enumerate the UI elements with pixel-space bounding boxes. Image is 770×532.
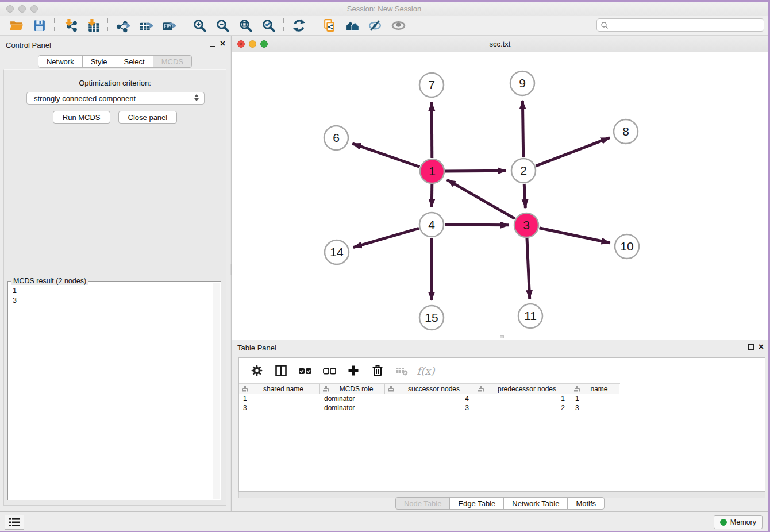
right-area: × − + scc.txt 7968124314101511 Table Pan… <box>232 36 768 511</box>
node-11[interactable]: 11 <box>518 304 542 328</box>
export-image-button[interactable] <box>157 17 180 34</box>
edge-3-1[interactable] <box>447 180 515 219</box>
search-input[interactable] <box>609 21 764 29</box>
tab-select[interactable]: Select <box>116 55 153 68</box>
node-label: 14 <box>330 245 344 259</box>
save-session-button[interactable] <box>28 17 51 34</box>
network-canvas[interactable]: 7968124314101511 <box>232 52 768 340</box>
node-15[interactable]: 15 <box>419 306 444 330</box>
open-file-button[interactable] <box>5 17 28 34</box>
tab-mcds[interactable]: MCDS <box>153 55 192 68</box>
edge-3-11[interactable] <box>527 238 530 299</box>
edge-3-10[interactable] <box>540 228 610 243</box>
table-tab-network-table[interactable]: Network Table <box>503 497 568 510</box>
column-header-successor-nodes[interactable]: successor nodes <box>385 384 475 394</box>
node-10[interactable]: 10 <box>615 234 639 259</box>
zoom-in-button[interactable] <box>188 17 211 34</box>
edge-1-2[interactable] <box>445 171 506 171</box>
table-toolbar: f(x) <box>239 358 765 383</box>
edge-2-9[interactable] <box>522 101 523 157</box>
hide-columns-button[interactable] <box>322 363 337 378</box>
table-cell: 3 <box>385 403 475 413</box>
table-tab-edge-table[interactable]: Edge Table <box>449 497 504 510</box>
node-7[interactable]: 7 <box>419 73 444 97</box>
mcds-result-text[interactable]: 13 <box>9 283 213 499</box>
network-titlebar: × − + scc.txt <box>232 36 768 52</box>
table-tabs: Node TableEdge TableNetwork TableMotifs <box>232 497 768 510</box>
close-panel-icon[interactable]: × <box>220 41 225 47</box>
table-cell: 1 <box>475 394 571 403</box>
zoom-selected-button[interactable] <box>257 17 280 34</box>
app-title: Session: New Session <box>0 5 768 13</box>
node-8[interactable]: 8 <box>614 119 638 144</box>
table-tab-motifs[interactable]: Motifs <box>567 497 605 510</box>
canvas-resize-grip[interactable] <box>500 335 504 338</box>
float-table-panel-icon[interactable] <box>748 344 754 350</box>
table-tab-node-table[interactable]: Node Table <box>395 497 451 510</box>
show-all-button[interactable] <box>387 17 410 34</box>
edge-1-6[interactable] <box>352 144 419 167</box>
node-label: 1 <box>429 164 436 178</box>
table-cell: 4 <box>385 394 475 403</box>
result-scrollbar[interactable] <box>213 283 220 499</box>
column-header-predecessor-nodes[interactable]: predecessor nodes <box>475 384 571 394</box>
edge-1-4[interactable] <box>432 184 432 207</box>
memory-button[interactable]: Memory <box>714 515 763 529</box>
edge-4-14[interactable] <box>353 228 419 247</box>
edge-4-3[interactable] <box>445 225 509 225</box>
hide-selected-button[interactable] <box>364 17 387 34</box>
zoom-out-icon <box>215 18 230 33</box>
run-mcds-button[interactable]: Run MCDS <box>53 111 110 124</box>
copy-network-button[interactable] <box>318 17 341 34</box>
node-label: 9 <box>519 76 526 90</box>
export-network-button[interactable] <box>111 17 134 34</box>
task-history-button[interactable] <box>5 515 24 530</box>
close-panel-button[interactable]: Close panel <box>118 111 178 124</box>
node-9[interactable]: 9 <box>510 71 534 95</box>
node-3[interactable]: 3 <box>514 213 538 237</box>
node-14[interactable]: 14 <box>325 240 349 264</box>
node-1[interactable]: 1 <box>420 159 444 183</box>
node-4[interactable]: 4 <box>419 213 444 237</box>
zoom-selected-icon <box>261 18 276 33</box>
edge-1-7[interactable] <box>432 102 432 158</box>
zoom-fit-button[interactable] <box>234 17 257 34</box>
table-cell: 1 <box>571 394 619 403</box>
import-network-button[interactable] <box>58 17 81 34</box>
table-settings-button[interactable] <box>249 363 264 378</box>
node-label: 6 <box>333 131 340 144</box>
delete-column-button[interactable] <box>370 363 385 378</box>
table-row[interactable]: 1dominator411 <box>239 394 765 403</box>
search-box <box>596 18 764 32</box>
tab-network[interactable]: Network <box>38 55 83 68</box>
edge-2-3[interactable] <box>524 184 525 208</box>
node-2[interactable]: 2 <box>511 159 536 183</box>
tab-style[interactable]: Style <box>82 55 116 68</box>
import-table-button[interactable] <box>81 17 104 34</box>
float-panel-icon[interactable] <box>210 41 215 47</box>
node-label: 2 <box>520 164 527 177</box>
table-row[interactable]: 3dominator323 <box>239 403 765 413</box>
criterion-select[interactable]: strongly connected component <box>26 92 205 105</box>
zoom-out-button[interactable] <box>211 17 234 34</box>
memory-label: Memory <box>730 518 756 526</box>
home-view-button[interactable] <box>341 17 364 34</box>
toolbar-separator <box>107 18 108 33</box>
column-header-label: shared name <box>247 385 319 393</box>
main-area: Control Panel × NetworkStyleSelectMCDS O… <box>0 36 768 511</box>
refresh-view-button[interactable] <box>287 17 310 34</box>
node-6[interactable]: 6 <box>324 126 348 150</box>
close-table-panel-icon[interactable]: × <box>759 344 764 350</box>
column-header-name[interactable]: name <box>571 384 619 394</box>
show-columns-button[interactable] <box>298 363 313 378</box>
control-panel: Control Panel × NetworkStyleSelectMCDS O… <box>0 36 230 511</box>
column-header-shared-name[interactable]: shared name <box>239 384 320 394</box>
split-columns-button[interactable] <box>274 363 288 378</box>
toolbar-separator <box>283 18 284 33</box>
export-table-button[interactable] <box>134 17 157 34</box>
show-columns-icon <box>298 364 312 377</box>
column-header-MCDS-role[interactable]: MCDS role <box>320 384 385 394</box>
edge-2-8[interactable] <box>536 138 610 166</box>
add-column-button[interactable] <box>346 363 361 378</box>
control-panel-title: Control Panel <box>6 41 51 49</box>
